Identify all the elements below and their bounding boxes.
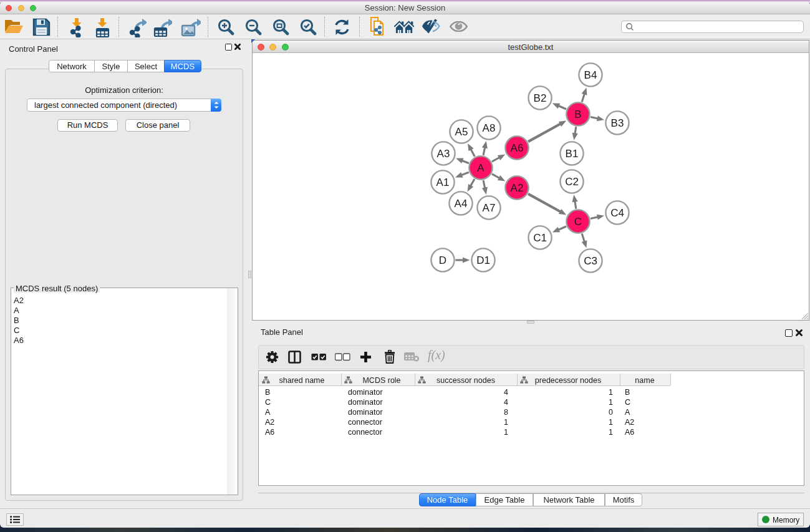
svg-text:D: D [439, 254, 446, 266]
svg-text:C3: C3 [584, 255, 597, 267]
svg-text:D1: D1 [476, 254, 490, 266]
svg-text:C: C [574, 216, 582, 228]
svg-text:B4: B4 [584, 69, 597, 81]
svg-text:A7: A7 [483, 202, 496, 214]
svg-text:B1: B1 [566, 148, 579, 160]
svg-text:B2: B2 [534, 92, 547, 104]
svg-text:A3: A3 [437, 148, 450, 160]
svg-text:C1: C1 [533, 232, 547, 244]
svg-text:A8: A8 [483, 122, 496, 134]
svg-text:A6: A6 [511, 142, 524, 154]
svg-text:A1: A1 [436, 177, 450, 188]
svg-text:A: A [477, 162, 485, 174]
svg-text:B: B [574, 109, 581, 120]
svg-text:A4: A4 [455, 198, 468, 210]
svg-text:C2: C2 [565, 176, 579, 188]
svg-text:C4: C4 [610, 207, 624, 219]
svg-text:B3: B3 [611, 117, 624, 129]
svg-text:A5: A5 [455, 126, 468, 138]
svg-text:A2: A2 [511, 182, 524, 194]
